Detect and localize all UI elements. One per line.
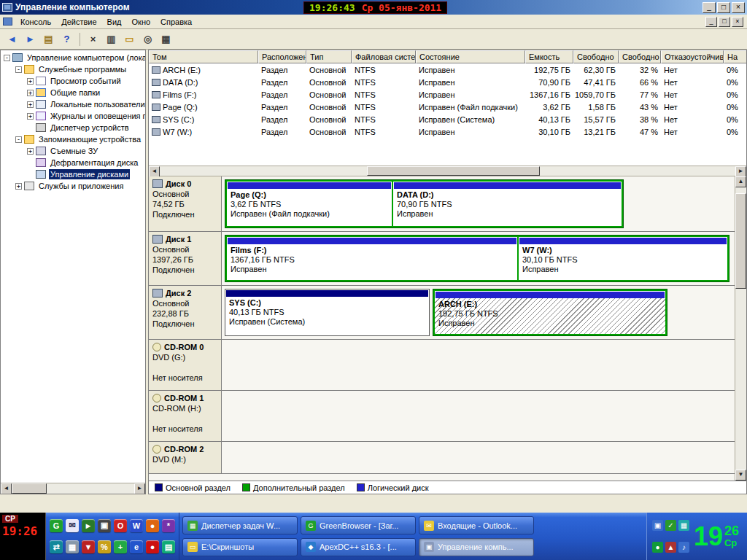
mdi-minimize-button[interactable]: _ — [705, 17, 717, 27]
open-folder-icon[interactable]: ▭ — [121, 31, 138, 47]
sync-quick-icon[interactable]: ⇄ — [50, 540, 63, 553]
task-button[interactable]: ▭E:\Скриншоты — [182, 538, 298, 556]
table-row[interactable]: DATA (D:)РазделОсновнойNTFSИсправен70,90… — [149, 76, 746, 88]
minimize-button[interactable]: _ — [703, 2, 716, 13]
update-tray-icon[interactable]: ✓ — [665, 520, 676, 531]
media-quick-icon[interactable]: ► — [82, 519, 95, 532]
partition-box[interactable]: SYS (C:)40,13 ГБ NTFSИсправен (Система) — [225, 289, 430, 336]
partition-box[interactable]: Page (Q:)3,62 ГБ NTFSИсправен (Файл подк… — [227, 182, 392, 226]
mail-quick-icon[interactable]: ✉ — [66, 519, 79, 532]
column-header-3[interactable]: Файловая система — [352, 50, 416, 63]
console-system-icon[interactable] — [3, 18, 12, 26]
expander-icon[interactable]: + — [27, 113, 34, 120]
tree-scroll-thumb[interactable] — [12, 483, 47, 494]
tree-item-11[interactable]: +Службы и приложения — [1, 180, 145, 192]
task-button[interactable]: ▦Диспетчер задач W... — [182, 516, 298, 534]
tree-item-7[interactable]: -Запоминающие устройства — [1, 133, 145, 145]
tree-item-1[interactable]: -Служебные программы — [1, 63, 145, 75]
disk-scroll-thumb[interactable] — [735, 193, 746, 289]
table-scroll-thumb[interactable] — [367, 166, 540, 176]
maximize-button[interactable]: □ — [717, 2, 730, 13]
table-row[interactable]: Page (Q:)РазделОсновнойNTFSИсправен (Фай… — [149, 101, 746, 113]
partition-box[interactable]: DATA (D:)70,90 ГБ NTFSИсправен — [393, 182, 622, 226]
close-button[interactable]: × — [732, 2, 745, 13]
expander-icon[interactable]: - — [15, 66, 22, 73]
scroll-up-icon[interactable]: ▲ — [735, 176, 746, 187]
column-header-9[interactable]: На — [724, 50, 746, 63]
explorer-quick-icon[interactable]: ▦ — [66, 540, 79, 553]
disk-info[interactable]: CD-ROM 2DVD (M:) — [149, 442, 222, 473]
table-row[interactable]: ARCH (E:)РазделОсновнойNTFSИсправен192,7… — [149, 63, 746, 76]
menu-item-2[interactable]: Вид — [102, 16, 127, 28]
mdi-restore-button[interactable]: □ — [719, 17, 730, 27]
views-icon[interactable]: ▦ — [158, 31, 174, 47]
menu-item-4[interactable]: Справка — [155, 16, 197, 28]
partition-box[interactable]: ARCH (E:)192,75 ГБ NTFSИсправен — [435, 291, 665, 334]
expander-icon[interactable]: + — [27, 148, 34, 155]
disk-info[interactable]: CD-ROM 1CD-ROM (H:) Нет носителя — [149, 391, 222, 441]
scroll-left-icon[interactable]: ◄ — [149, 166, 160, 177]
column-header-5[interactable]: Емкость — [525, 50, 573, 63]
notes-quick-icon[interactable]: ▤ — [162, 540, 175, 553]
tree-item-3[interactable]: +Общие папки — [1, 87, 145, 98]
scroll-right-icon[interactable]: ► — [735, 166, 746, 177]
scroll-down-icon[interactable]: ▼ — [735, 470, 746, 481]
disk-scroll-track[interactable] — [735, 187, 746, 470]
find-icon[interactable]: ◎ — [139, 31, 156, 47]
column-header-0[interactable]: Том — [149, 50, 258, 63]
show-tree-icon[interactable]: ▤ — [40, 31, 57, 47]
table-row[interactable]: W7 (W:)РазделОсновнойNTFSИсправен30,10 Г… — [149, 125, 746, 138]
task-button[interactable]: ✉Входящие - Outlook... — [419, 516, 534, 534]
tree-item-0[interactable]: -Управление компьютером (локальн — [1, 52, 145, 63]
tree-item-9[interactable]: Дефрагментация диска — [1, 157, 145, 168]
greenbrowser-quick-icon[interactable]: G — [50, 519, 63, 532]
network-tray-icon[interactable]: ▣ — [652, 520, 663, 531]
scroll-right-icon[interactable]: ► — [134, 483, 145, 494]
partition-box[interactable]: W7 (W:)30,10 ГБ NTFSИсправен — [519, 237, 727, 280]
tree-horizontal-scrollbar[interactable]: ◄ ► — [1, 483, 145, 494]
menu-item-0[interactable]: Консоль — [15, 16, 56, 28]
antivirus-tray-icon[interactable]: ● — [652, 542, 663, 553]
word-quick-icon[interactable]: W — [130, 519, 143, 532]
tree-item-6[interactable]: Диспетчер устройств — [1, 122, 145, 133]
column-header-1[interactable]: Расположение — [258, 50, 306, 63]
ie-quick-icon[interactable]: e — [130, 540, 143, 553]
menu-item-1[interactable]: Действие — [56, 16, 101, 28]
column-header-7[interactable]: Свободно % — [619, 50, 661, 63]
expander-icon[interactable]: + — [27, 101, 34, 108]
help-icon[interactable]: ? — [58, 31, 75, 47]
partition-box[interactable]: Films (F:)1367,16 ГБ NTFSИсправен — [227, 237, 517, 280]
expander-icon[interactable]: - — [4, 55, 10, 61]
record-quick-icon[interactable]: ● — [146, 540, 159, 553]
tree-item-4[interactable]: +Локальные пользователи и — [1, 98, 145, 110]
tree-scroll-track[interactable] — [12, 483, 134, 494]
tree-item-2[interactable]: +Просмотр событий — [1, 75, 145, 87]
column-header-2[interactable]: Тип — [306, 50, 352, 63]
column-header-8[interactable]: Отказоустойчивость — [661, 50, 724, 63]
download-quick-icon[interactable]: ▼ — [82, 540, 95, 553]
column-header-6[interactable]: Свободно — [573, 50, 619, 63]
task-button[interactable]: ◆ApexDC++ s16.3 - [... — [301, 538, 416, 556]
table-horizontal-scrollbar[interactable]: ◄ ► — [149, 166, 746, 176]
player-quick-icon[interactable]: ● — [146, 519, 159, 532]
properties-icon[interactable]: ▥ — [103, 31, 120, 47]
chat-quick-icon[interactable]: * — [162, 519, 175, 532]
disk-vertical-scrollbar[interactable]: ▲ ▼ — [735, 176, 746, 481]
user-tray-icon[interactable]: ▲ — [665, 542, 676, 553]
disk-info[interactable]: Диск 2Основной232,88 ГБПодключен — [149, 286, 222, 339]
opera-quick-icon[interactable]: O — [114, 519, 127, 532]
table-row[interactable]: Films (F:)РазделОсновнойNTFSИсправен1367… — [149, 88, 746, 101]
expander-icon[interactable]: + — [27, 78, 34, 85]
mdi-close-button[interactable]: × — [732, 17, 743, 27]
forward-icon[interactable]: ► — [22, 31, 39, 47]
plus-quick-icon[interactable]: + — [114, 540, 127, 553]
back-icon[interactable]: ◄ — [4, 31, 20, 47]
table-row[interactable]: SYS (C:)РазделОсновнойNTFSИсправен (Сист… — [149, 113, 746, 125]
tree-item-8[interactable]: +Съемные ЗУ — [1, 145, 145, 157]
tree-item-10[interactable]: Управление дисками — [1, 168, 145, 180]
tree-item-5[interactable]: +Журналы и оповещения пр — [1, 110, 145, 122]
task-button[interactable]: ▣Управление компь... — [419, 538, 534, 556]
task-button[interactable]: GGreenBrowser - [Заг... — [301, 516, 416, 534]
shell-quick-icon[interactable]: ▣ — [98, 519, 111, 532]
table-scroll-track[interactable] — [160, 166, 735, 176]
